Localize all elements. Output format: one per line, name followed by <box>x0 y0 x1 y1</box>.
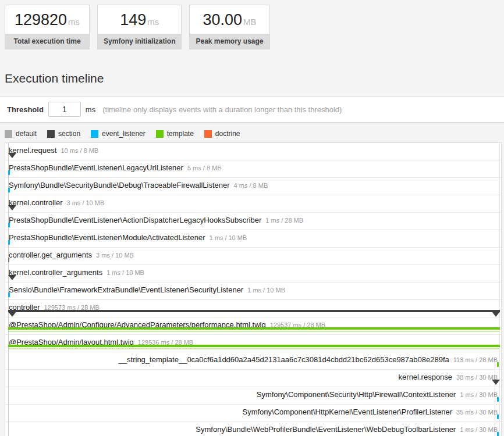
event-bar <box>497 397 499 402</box>
metric-label: Peak memory usage <box>190 34 269 49</box>
metric-value: 149ms <box>98 5 181 34</box>
legend-label: template <box>167 130 194 138</box>
timeline-row: kernel.request10 ms / 8 MB <box>5 143 501 160</box>
event-meta: 3 ms / 10 MB <box>96 252 134 259</box>
event-bar <box>497 432 499 436</box>
legend-swatch-icon <box>156 130 164 138</box>
event-meta: 1 ms / 10 MB <box>247 287 285 294</box>
event-name: Symfony\Component\Security\Http\Firewall… <box>257 390 456 399</box>
timeline-row-label: Symfony\Bundle\SecurityBundle\Debug\Trac… <box>5 178 501 190</box>
event-meta: 113 ms / 28 MB <box>453 356 498 363</box>
section-marker-icon <box>492 380 500 385</box>
template-bar-underline <box>9 331 499 332</box>
timeline-row-label: PrestaShopBundle\EventListener\LegacyUrl… <box>5 160 501 173</box>
metric-value: 129820ms <box>5 5 89 34</box>
metric-unit: ms <box>68 17 80 27</box>
legend-swatch-icon <box>47 130 55 138</box>
event-bar <box>8 223 10 227</box>
threshold-label: Threshold <box>7 105 44 114</box>
metric-number: 129820 <box>15 11 67 28</box>
legend-swatch-icon <box>5 130 12 138</box>
event-name: PrestaShopBundle\EventListener\ModuleAct… <box>9 233 205 242</box>
metric-peak-memory: 30.00MB Peak memory usage <box>189 5 269 49</box>
event-meta: 1 ms / 30 MB <box>460 391 498 398</box>
timeline-row-label: PrestaShopBundle\EventListener\ModuleAct… <box>5 230 501 242</box>
event-meta: 5 ms / 8 MB <box>187 165 222 171</box>
timeline-row: PrestaShopBundle\EventListener\ModuleAct… <box>5 230 501 248</box>
timeline-row-label: Symfony\Component\Security\Http\Firewall… <box>5 387 501 399</box>
timeline-row-label: __string_template__0ca0cf6a1dd60a2a45d21… <box>5 352 501 364</box>
timeline-row-label: kernel.controller3 ms / 10 MB <box>5 195 501 208</box>
timeline-row: @PrestaShop/Admin/Configure/AdvancedPara… <box>5 317 501 335</box>
legend-swatch-icon <box>91 130 98 138</box>
metric-number: 30.00 <box>203 11 242 28</box>
metric-label: Total execution time <box>5 34 89 49</box>
timeline-row-label: kernel.request10 ms / 8 MB <box>5 143 501 155</box>
section-end-marker-icon <box>492 312 500 317</box>
legend-label: doctrine <box>215 130 240 138</box>
timeline-panel: kernel.request10 ms / 8 MBPrestaShopBund… <box>5 142 502 436</box>
timeline-row-label: kernel.response38 ms / 30 MB <box>5 370 501 382</box>
event-name: Symfony\Bundle\WebProfilerBundle\EventLi… <box>196 425 456 434</box>
timeline-row: kernel.controller_arguments1 ms / 10 MB <box>5 265 501 283</box>
event-name: Sensio\Bundle\FrameworkExtraBundle\Event… <box>9 285 243 294</box>
event-meta: 1 ms / 28 MB <box>265 217 303 224</box>
metric-number: 149 <box>120 11 146 28</box>
metric-label: Symfony initialization <box>98 34 181 49</box>
event-name: PrestaShopBundle\EventListener\ActionDis… <box>9 216 261 224</box>
event-bar <box>8 292 10 297</box>
event-name: __string_template__0ca0cf6a1dd60a2a45d21… <box>119 355 449 364</box>
template-bar-underline <box>9 348 499 349</box>
event-meta: 35 ms / 30 MB <box>456 409 498 416</box>
event-name: PrestaShopBundle\EventListener\LegacyUrl… <box>9 163 183 172</box>
legend-item-template: template <box>156 130 194 138</box>
legend-item-doctrine: doctrine <box>204 130 240 138</box>
threshold-hint: (timeline only displays events with a du… <box>102 105 342 114</box>
timeline-row: controller.get_arguments3 ms / 10 MB <box>5 248 501 265</box>
legend-item-section: section <box>47 130 80 138</box>
event-bar <box>8 170 10 175</box>
metric-unit: MB <box>243 17 257 27</box>
event-meta: 1 ms / 10 MB <box>210 234 247 241</box>
metric-value: 30.00MB <box>190 5 269 34</box>
metrics-row: 129820ms Total execution time 149ms Symf… <box>0 0 504 49</box>
event-name: Symfony\Component\HttpKernel\EventListen… <box>243 408 453 416</box>
section-marker-icon <box>8 275 16 280</box>
timeline-row: @PrestaShop/Admin/layout.html.twig129536… <box>5 335 501 352</box>
threshold-input[interactable] <box>48 102 81 117</box>
template-bar <box>8 327 500 330</box>
event-bar <box>8 188 10 192</box>
legend-item-event_listener: event_listener <box>91 130 145 138</box>
template-bar <box>8 345 500 347</box>
timeline-row: Sensio\Bundle\FrameworkExtraBundle\Event… <box>5 283 501 300</box>
timeline-row: Symfony\Bundle\SecurityBundle\Debug\Trac… <box>5 178 501 195</box>
event-meta: 1 ms / 10 MB <box>107 269 144 276</box>
page-title: Execution timeline <box>5 72 504 85</box>
event-bar <box>8 240 10 245</box>
section-bar <box>8 310 500 312</box>
section-start-marker-icon <box>8 312 16 317</box>
timeline-row: kernel.response38 ms / 30 MB <box>5 370 501 387</box>
timeline-row: Symfony\Component\Security\Http\Firewall… <box>5 387 501 405</box>
timeline-row-label: kernel.controller_arguments1 ms / 10 MB <box>5 265 501 277</box>
timeline-row: __string_template__0ca0cf6a1dd60a2a45d21… <box>5 352 501 370</box>
timeline-row: Symfony\Bundle\WebProfilerBundle\EventLi… <box>5 422 501 436</box>
threshold-unit: ms <box>86 105 95 114</box>
metric-unit: ms <box>147 17 159 27</box>
timeline-row-label: Sensio\Bundle\FrameworkExtraBundle\Event… <box>5 283 501 295</box>
timeline-row: PrestaShopBundle\EventListener\LegacyUrl… <box>5 160 501 178</box>
timeline-row: PrestaShopBundle\EventListener\ActionDis… <box>5 213 501 230</box>
metric-total-execution-time: 129820ms Total execution time <box>5 5 90 49</box>
threshold-panel: Threshold ms (timeline only displays eve… <box>0 96 504 123</box>
event-name: kernel.controller_arguments <box>9 268 102 277</box>
timeline-rows: kernel.request10 ms / 8 MBPrestaShopBund… <box>5 143 501 436</box>
metric-symfony-initialization: 149ms Symfony initialization <box>97 5 182 49</box>
timeline-row-label: Symfony\Bundle\WebProfilerBundle\EventLi… <box>5 422 501 434</box>
section-marker-icon <box>8 205 16 210</box>
event-bar <box>497 414 499 419</box>
timeline-row-label: controller.get_arguments3 ms / 10 MB <box>5 248 501 260</box>
section-marker-icon <box>8 153 16 158</box>
event-meta: 4 ms / 8 MB <box>234 182 268 189</box>
legend-label: section <box>58 130 80 138</box>
event-name: kernel.response <box>399 373 453 381</box>
